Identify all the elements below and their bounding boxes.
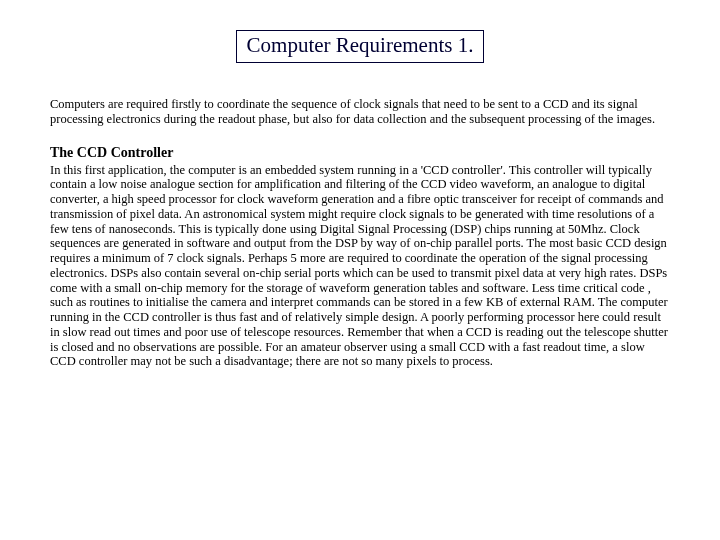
intro-paragraph: Computers are required firstly to coordi… [50,97,670,127]
section-heading: The CCD Controller [50,145,670,161]
title-row: Computer Requirements 1. [50,30,670,63]
document-page: Computer Requirements 1. Computers are r… [0,0,720,540]
page-title: Computer Requirements 1. [236,30,485,63]
body-paragraph: In this first application, the computer … [50,163,670,370]
